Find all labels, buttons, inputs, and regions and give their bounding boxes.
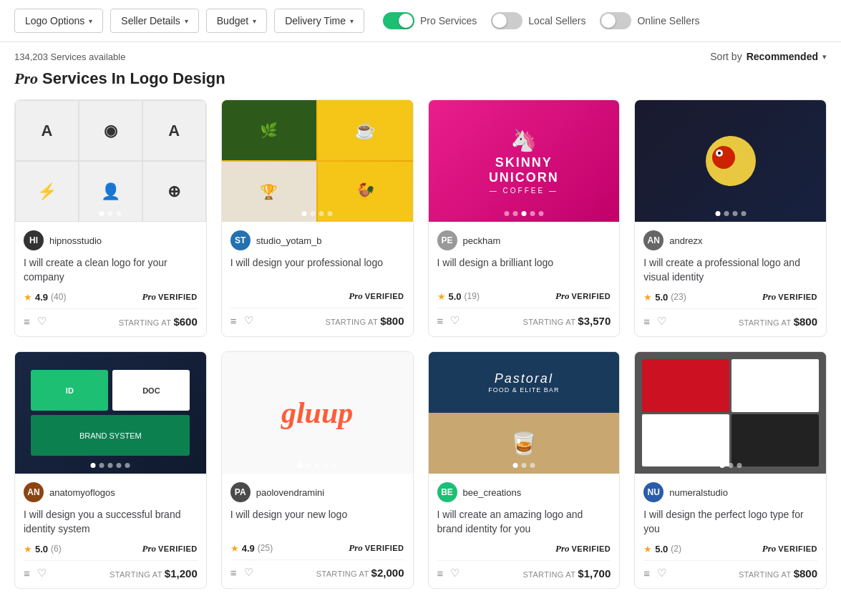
dot-4 [538,211,543,216]
pro-text-icon-0: Pro [142,291,157,303]
title-suffix: Services In Logo Design [38,69,225,87]
toggle-group-local-sellers: Local Sellers [491,12,585,29]
toggle-switch-pro-services[interactable] [383,12,414,29]
sort-by[interactable]: Sort by Recommended ▾ [710,51,827,62]
dot-3 [328,211,333,216]
dot-0 [298,463,303,468]
card-title-0[interactable]: I will create a clean logo for your comp… [24,256,198,284]
filter-bar: Logo Options▾Seller Details▾Budget▾Deliv… [0,0,841,42]
filter-btn-seller-details[interactable]: Seller Details▾ [110,9,198,33]
toggle-switch-local-sellers[interactable] [491,12,522,29]
dot-0 [99,211,104,216]
menu-icon-0[interactable]: ≡ [24,316,30,328]
starting-at-label-1: STARTING AT [325,318,380,326]
menu-icon-6[interactable]: ≡ [437,567,444,580]
heart-icon-0[interactable]: ♡ [37,315,47,328]
heart-icon-7[interactable]: ♡ [657,567,666,580]
menu-icon-4[interactable]: ≡ [24,567,30,580]
brand-text-1: ID [66,386,74,395]
verified-text-7: VERIFIED [778,544,817,553]
price-value-3: $800 [794,316,817,328]
star-icon-5: ★ [230,543,239,554]
seller-info-1: ST studio_yotam_b [230,230,404,250]
toggle-group: Pro ServicesLocal SellersOnline Sellers [383,12,700,29]
card-title-6[interactable]: I will create an amazing logo and brand … [437,508,611,536]
filter-btn-delivery-time[interactable]: Delivery Time▾ [274,9,364,33]
pro-text-icon-2: Pro [555,290,570,302]
card-footer-0: ≡ ♡ STARTING AT $600 [24,308,198,328]
seller-info-5: PA paolovendramini [230,482,404,502]
toggle-knob-local-sellers [492,14,507,28]
avatar-0: HI [24,230,44,250]
card-dots-4 [91,463,130,468]
price-value-1: $800 [380,315,404,327]
heart-icon-5[interactable]: ♡ [244,566,253,579]
rating-left-0: ★ 4.9 (40) [24,292,66,303]
card-title-3[interactable]: I will create a professional logo and vi… [643,256,817,284]
filter-label-logo-options: Logo Options [25,15,84,26]
card-image-5: gluup [222,352,413,474]
menu-icon-3[interactable]: ≡ [643,316,650,328]
card-rating-6: Pro VERIFIED [437,543,611,554]
card-title-1[interactable]: I will design your professional logo [230,256,404,283]
rating-count-2: (19) [465,291,480,301]
brand-grid: ID DOC BRAND SYSTEM [31,370,190,456]
card-body-4: AN anatomyoflogos I will design you a su… [15,474,206,588]
heart-icon-3[interactable]: ♡ [657,315,666,328]
unicorn-icon: 🦄 [489,127,559,152]
heart-icon-4[interactable]: ♡ [37,567,47,580]
yellow-collage: 🌿 ☕ 🏆 🐓 [222,100,413,222]
menu-icon-5[interactable]: ≡ [230,567,237,579]
toggle-switch-online-sellers[interactable] [600,12,631,29]
collage-cell-2: ☕ [318,100,412,160]
heart-icon-2[interactable]: ♡ [450,314,460,327]
footer-actions-5: ≡ ♡ [230,566,253,579]
dot-2 [319,211,324,216]
dot-3 [117,463,122,468]
dot-0 [512,463,517,468]
heart-icon-6[interactable]: ♡ [450,567,460,580]
dot-1 [728,463,733,468]
card-title-7[interactable]: I will design the perfect logo type for … [643,508,817,536]
card-artwork-6: Pastoral FOOD & ELITE BAR 🥃 [429,352,620,474]
card-dots-1 [302,211,333,216]
avatar-7: NU [643,482,663,502]
verified-text-4: VERIFIED [158,544,198,553]
filter-buttons: Logo Options▾Seller Details▾Budget▾Deliv… [14,9,364,33]
price-value-2: $3,570 [578,315,611,327]
filter-btn-logo-options[interactable]: Logo Options▾ [14,9,103,33]
brand-identity-artwork: ID DOC BRAND SYSTEM [15,352,206,474]
price-section-5: STARTING AT $2,000 [316,567,404,579]
verified-text-3: VERIFIED [778,293,817,301]
card-rating-0: ★ 4.9 (40) Pro VERIFIED [24,291,198,303]
heart-icon-1[interactable]: ♡ [244,314,253,327]
starting-at-label-5: STARTING AT [316,569,371,578]
dot-2 [315,463,320,468]
filter-btn-budget[interactable]: Budget▾ [206,9,267,33]
filter-label-delivery-time: Delivery Time [285,15,346,26]
dot-1 [311,211,316,216]
logo-cell-1: ◉ [79,100,142,161]
card-title-2[interactable]: I will design a brilliant logo [437,256,611,283]
menu-icon-1[interactable]: ≡ [230,315,237,327]
rw-cell-3 [642,414,729,467]
star-icon-0: ★ [24,292,32,303]
pro-verified-3: Pro VERIFIED [762,291,817,303]
seller-name-1: studio_yotam_b [256,235,322,246]
pastoral-subtitle: FOOD & ELITE BAR [488,386,559,393]
menu-icon-2[interactable]: ≡ [437,315,444,327]
dot-2 [108,463,113,468]
dot-1 [521,463,526,468]
verified-text-5: VERIFIED [365,544,404,552]
seller-info-3: AN andrezx [643,230,817,250]
brand-text-2: DOC [142,386,160,395]
logo-grid: A◉A⚡👤⊕ [15,100,206,222]
logo-cell-2: A [142,100,206,161]
seller-info-4: AN anatomyoflogos [24,482,198,502]
seller-name-7: numeralstudio [669,487,728,498]
price-value-6: $1,700 [578,567,611,580]
rating-left-2: ★ 5.0 (19) [437,291,480,302]
menu-icon-7[interactable]: ≡ [643,567,650,580]
card-title-5[interactable]: I will design your new logo [230,508,404,535]
card-title-4[interactable]: I will design you a successful brand ide… [24,508,198,536]
